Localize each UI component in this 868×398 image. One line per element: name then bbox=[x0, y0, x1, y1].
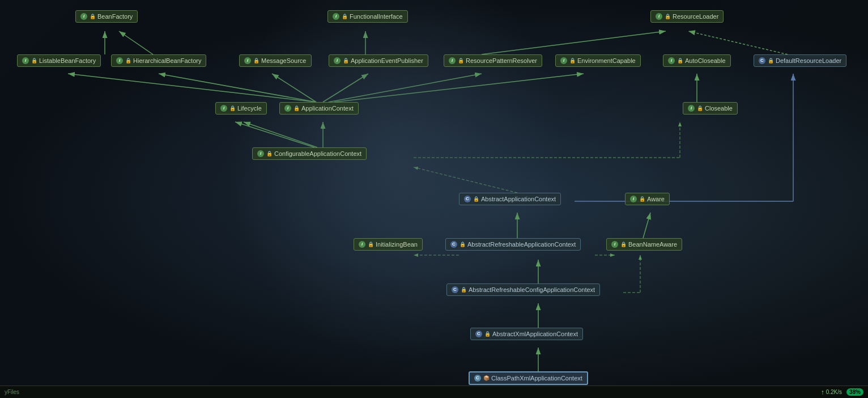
node-label: ApplicationContext bbox=[301, 105, 354, 112]
node-AbstractRefreshableApplicationContext[interactable]: C 🔒 AbstractRefreshableApplicationContex… bbox=[445, 238, 581, 251]
interface-icon: i bbox=[449, 57, 456, 64]
node-HierarchicalBeanFactory[interactable]: i 🔒 HierarchicalBeanFactory bbox=[111, 54, 206, 67]
interface-icon: i bbox=[611, 241, 618, 248]
node-MessageSource[interactable]: i 🔒 MessageSource bbox=[239, 54, 312, 67]
node-label: AbstractXmlApplicationContext bbox=[492, 331, 578, 337]
node-label: EnvironmentCapable bbox=[577, 57, 636, 64]
node-label: ListableBeanFactory bbox=[39, 57, 96, 64]
lock-icon: 🔒 bbox=[342, 14, 347, 19]
speed-value: 0.2K/s bbox=[826, 389, 842, 395]
lock-icon: 🔒 bbox=[343, 58, 348, 63]
node-BeanNameAware[interactable]: i 🔒 BeanNameAware bbox=[606, 238, 682, 251]
node-ConfigurableApplicationContext[interactable]: i 🔒 ConfigurableApplicationContext bbox=[252, 147, 367, 160]
lock-icon: 🔒 bbox=[125, 58, 131, 63]
node-label: DefaultResourceLoader bbox=[776, 57, 841, 64]
interface-icon: i bbox=[244, 57, 251, 64]
node-label: ResourcePatternResolver bbox=[466, 57, 537, 64]
node-AbstractXmlApplicationContext[interactable]: C 🔒 AbstractXmlApplicationContext bbox=[470, 328, 583, 340]
node-label: ClassPathXmlApplicationContext bbox=[491, 375, 582, 382]
interface-icon: i bbox=[80, 13, 87, 20]
node-label: ConfigurableApplicationContext bbox=[274, 150, 361, 157]
lock-icon: 🔒 bbox=[266, 151, 272, 156]
bottom-right-controls: ↑ 0.2K/s 38% bbox=[821, 388, 863, 396]
lock-icon: 🔒 bbox=[620, 242, 626, 247]
node-label: AbstractApplicationContext bbox=[481, 196, 556, 202]
node-AutoCloseable[interactable]: i 🔒 AutoCloseable bbox=[663, 54, 731, 67]
zoom-value: 38% bbox=[849, 389, 861, 395]
node-BeanFactory[interactable]: i 🔒 BeanFactory bbox=[75, 10, 138, 23]
interface-icon: i bbox=[22, 57, 29, 64]
node-label: BeanFactory bbox=[97, 13, 133, 20]
node-ApplicationContext[interactable]: i 🔒 ApplicationContext bbox=[279, 102, 359, 115]
node-AbstractApplicationContext[interactable]: C 🔒 AbstractApplicationContext bbox=[459, 193, 561, 205]
lock-icon: 🔒 bbox=[293, 105, 299, 111]
node-label: BeanNameAware bbox=[628, 241, 677, 248]
node-label: InitializingBean bbox=[376, 241, 418, 248]
lock-icon: 🔒 bbox=[461, 287, 466, 293]
node-label: AutoCloseable bbox=[685, 57, 726, 64]
pkg-icon: 📦 bbox=[483, 375, 489, 381]
interface-icon: i bbox=[333, 13, 339, 20]
class-icon: C bbox=[450, 241, 457, 248]
interface-icon: i bbox=[116, 57, 123, 64]
node-AbstractRefreshableConfigApplicationContext[interactable]: C 🔒 AbstractRefreshableConfigApplication… bbox=[446, 283, 600, 296]
lock-icon: 🔒 bbox=[368, 242, 373, 247]
interface-icon: i bbox=[284, 105, 291, 112]
node-label: Aware bbox=[647, 196, 665, 202]
node-label: HierarchicalBeanFactory bbox=[133, 57, 201, 64]
node-Aware[interactable]: i 🔒 Aware bbox=[625, 193, 670, 205]
interface-icon: i bbox=[630, 196, 637, 202]
node-ListableBeanFactory[interactable]: i 🔒 ListableBeanFactory bbox=[17, 54, 101, 67]
node-Closeable[interactable]: i 🔒 Closeable bbox=[683, 102, 738, 115]
node-label: FunctionalInterface bbox=[350, 13, 403, 20]
speed-indicator: ↑ 0.2K/s bbox=[821, 388, 842, 396]
class-icon: C bbox=[759, 57, 765, 64]
node-InitializingBean[interactable]: i 🔒 InitializingBean bbox=[354, 238, 423, 251]
node-ResourceLoader[interactable]: i 🔒 ResourceLoader bbox=[650, 10, 724, 23]
interface-icon: i bbox=[668, 57, 675, 64]
branding-label: yFiles bbox=[5, 389, 19, 395]
node-label: AbstractRefreshableApplicationContext bbox=[467, 241, 576, 248]
node-ApplicationEventPublisher[interactable]: i 🔒 ApplicationEventPublisher bbox=[329, 54, 428, 67]
lock-icon: 🔒 bbox=[639, 196, 645, 202]
node-Lifecycle[interactable]: i 🔒 Lifecycle bbox=[215, 102, 267, 115]
node-ClassPathXmlApplicationContext[interactable]: C 📦 ClassPathXmlApplicationContext bbox=[469, 371, 588, 385]
node-label: Lifecycle bbox=[237, 105, 262, 112]
interface-icon: i bbox=[560, 57, 567, 64]
lock-icon: 🔒 bbox=[697, 105, 703, 111]
lock-icon: 🔒 bbox=[569, 58, 575, 63]
lock-icon: 🔒 bbox=[484, 331, 490, 337]
interface-icon: i bbox=[359, 241, 365, 248]
node-ResourcePatternResolver[interactable]: i 🔒 ResourcePatternResolver bbox=[444, 54, 542, 67]
interface-icon: i bbox=[688, 105, 695, 112]
node-label: MessageSource bbox=[261, 57, 307, 64]
lock-icon: 🔒 bbox=[31, 58, 37, 63]
interface-icon: i bbox=[257, 150, 264, 157]
node-label: AbstractRefreshableConfigApplicationCont… bbox=[469, 286, 595, 293]
interface-icon: i bbox=[220, 105, 227, 112]
node-EnvironmentCapable[interactable]: i 🔒 EnvironmentCapable bbox=[555, 54, 641, 67]
class-icon: C bbox=[474, 375, 481, 382]
bottom-bar: yFiles ↑ 0.2K/s 38% bbox=[0, 386, 868, 398]
class-icon: C bbox=[452, 286, 458, 293]
lock-icon: 🔒 bbox=[677, 58, 683, 63]
class-icon: C bbox=[464, 196, 471, 202]
node-label: Closeable bbox=[705, 105, 733, 112]
lock-icon: 🔒 bbox=[473, 196, 479, 202]
lock-icon: 🔒 bbox=[665, 14, 670, 19]
interface-icon: i bbox=[334, 57, 341, 64]
lock-icon: 🔒 bbox=[768, 58, 773, 63]
node-DefaultResourceLoader[interactable]: C 🔒 DefaultResourceLoader bbox=[754, 54, 846, 67]
interface-icon: i bbox=[656, 13, 662, 20]
node-label: ResourceLoader bbox=[673, 13, 718, 20]
class-icon: C bbox=[475, 331, 482, 337]
lock-icon: 🔒 bbox=[229, 105, 235, 111]
node-label: ApplicationEventPublisher bbox=[351, 57, 423, 64]
zoom-badge[interactable]: 38% bbox=[846, 388, 863, 396]
lock-icon: 🔒 bbox=[458, 58, 463, 63]
lock-icon: 🔒 bbox=[253, 58, 259, 63]
arrow-up-icon: ↑ bbox=[821, 388, 824, 396]
node-FunctionalInterface[interactable]: i 🔒 FunctionalInterface bbox=[327, 10, 408, 23]
lock-icon: 🔒 bbox=[459, 242, 465, 247]
diagram-container: i 🔒 BeanFactory i 🔒 FunctionalInterface … bbox=[0, 0, 868, 398]
